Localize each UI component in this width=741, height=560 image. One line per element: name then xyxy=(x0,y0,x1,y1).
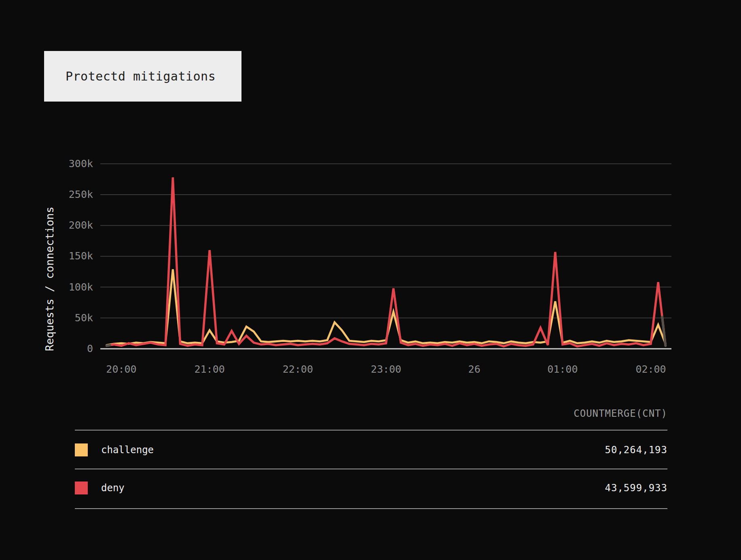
x-tick-label: 20:00 xyxy=(93,363,150,376)
partial-bucket-stub xyxy=(662,317,665,346)
gridlines xyxy=(100,164,671,349)
challenge-swatch xyxy=(75,443,88,456)
legend-divider xyxy=(75,508,667,509)
y-tick-label: 250k xyxy=(49,188,93,201)
x-tick-label: 02:00 xyxy=(622,363,679,376)
y-tick-label: 100k xyxy=(49,281,93,294)
y-tick-label: 300k xyxy=(49,157,93,170)
legend-divider xyxy=(75,430,667,431)
x-tick-label: 23:00 xyxy=(358,363,415,376)
x-tick-label: 01:00 xyxy=(534,363,591,376)
y-tick-label: 200k xyxy=(49,219,93,232)
deny-value: 43,599,933 xyxy=(605,482,668,494)
line-chart xyxy=(0,0,741,560)
x-tick-label: 21:00 xyxy=(181,363,238,376)
y-tick-label: 150k xyxy=(49,250,93,263)
challenge-value: 50,264,193 xyxy=(605,444,668,456)
y-tick-label: 0 xyxy=(49,342,93,355)
challenge-line xyxy=(107,269,666,345)
deny-line xyxy=(107,177,666,346)
deny-swatch xyxy=(75,482,88,494)
deny-label: deny xyxy=(101,482,125,494)
legend-row-challenge: challenge 50,264,193 xyxy=(75,439,667,461)
legend-row-deny: deny 43,599,933 xyxy=(75,477,667,499)
x-tick-label: 22:00 xyxy=(269,363,326,376)
partial-bucket-stub xyxy=(107,345,110,346)
series-lines xyxy=(107,177,666,346)
y-tick-label: 50k xyxy=(49,312,93,325)
legend-table-header: COUNTMERGE(CNT) xyxy=(75,408,667,419)
x-tick-label: 26 xyxy=(446,363,503,376)
challenge-label: challenge xyxy=(101,444,154,456)
legend-divider xyxy=(75,469,667,469)
mitigations-dashboard: Protectd mitigations Requests / connecti… xyxy=(0,0,741,560)
